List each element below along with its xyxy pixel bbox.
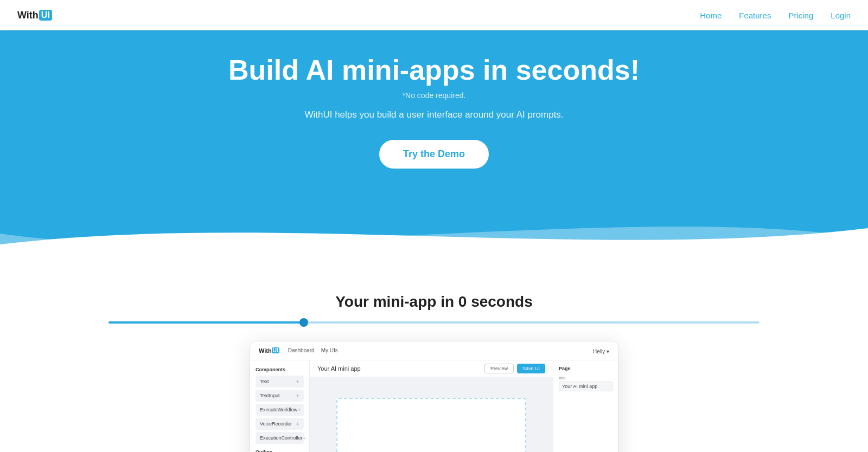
hero-wave [0,201,868,266]
panel-title-value: Your AI mini app [559,382,612,391]
app-logo-ui-small: UI [272,347,279,353]
progress-bar-fill [108,321,304,324]
logo-with: With [17,10,39,21]
sidebar-item-executioncontroller[interactable]: ExecutionController + [256,432,304,444]
nav-pricing[interactable]: Pricing [788,11,813,20]
app-logo-with-small: With [259,347,272,354]
panel-title: Page [559,366,612,371]
hero-content: Build AI mini-apps in seconds! *No code … [0,54,868,169]
section-label: Your mini-app in 0 seconds [0,266,868,321]
app-topbar: WithUI Dashboard My UIs Helly ▾ [250,341,618,360]
nav-login[interactable]: Login [831,11,851,20]
navbar: WithUI Home Features Pricing Login [0,0,868,30]
hero-subtitle: *No code required. [11,91,857,100]
sidebar-outline-title: Outline [256,449,304,452]
app-canvas-wrap: Your AI mini app Preview Save UI Made us… [310,360,553,452]
progress-bar-row [0,321,868,324]
panel-field-title: title Your AI mini app [559,376,612,391]
app-screenshot: WithUI Dashboard My UIs Helly ▾ Componen… [250,341,618,452]
app-help[interactable]: Helly ▾ [593,348,609,354]
sidebar-add-textinput-icon: + [296,392,299,399]
demo-button[interactable]: Try the Demo [379,140,489,169]
app-nav-my-uis[interactable]: My UIs [321,347,338,353]
sidebar-components-title: Components [256,367,304,372]
preview-button[interactable]: Preview [484,364,514,373]
sidebar-add-text-icon: + [296,378,299,385]
sidebar-add-executioncontroller-icon: + [303,435,306,441]
canvas-buttons: Preview Save UI [484,364,545,373]
app-nav-right: Helly ▾ [593,346,609,356]
app-sidebar: Components Text + TextInput + ExecuteWor… [250,360,310,452]
hero-description: WithUI helps you build a user interface … [11,109,857,120]
sidebar-add-voicerecorder-icon: + [296,421,299,427]
app-canvas-title-bar: Your AI mini app Preview Save UI [310,360,553,377]
progress-bar-track [108,321,760,324]
sidebar-item-voicerecorder[interactable]: VoiceRecorder + [256,418,304,430]
app-screenshot-wrap: WithUI Dashboard My UIs Helly ▾ Componen… [0,341,868,452]
app-canvas: Made using WithUI [310,377,553,452]
save-button[interactable]: Save UI [517,364,545,373]
sidebar-item-executeworkflow[interactable]: ExecuteWorkflow + [256,404,304,416]
hero-title: Build AI mini-apps in seconds! [11,54,857,87]
nav-features[interactable]: Features [739,11,771,20]
nav-links: Home Features Pricing Login [700,11,851,20]
app-section: Your mini-app in 0 seconds WithUI Dashbo… [0,266,868,452]
logo-ui: UI [39,10,52,21]
nav-home[interactable]: Home [700,11,722,20]
progress-dot [299,318,308,327]
app-body: Components Text + TextInput + ExecuteWor… [250,360,618,452]
app-nav-links: Dashboard My UIs [288,347,338,353]
app-logo-small: WithUI [259,347,279,354]
app-right-panel: Page title Your AI mini app [553,360,618,452]
canvas-drop-zone[interactable]: Made using WithUI [336,398,526,452]
sidebar-item-text[interactable]: Text + [256,376,304,388]
panel-title-label: title [559,376,612,380]
logo: WithUI [17,10,52,21]
sidebar-item-textinput[interactable]: TextInput + [256,390,304,402]
hero-section: Build AI mini-apps in seconds! *No code … [0,0,868,266]
app-nav-dashboard[interactable]: Dashboard [288,347,315,353]
sidebar-add-executeworkflow-icon: + [297,406,301,413]
canvas-title: Your AI mini app [317,365,361,372]
